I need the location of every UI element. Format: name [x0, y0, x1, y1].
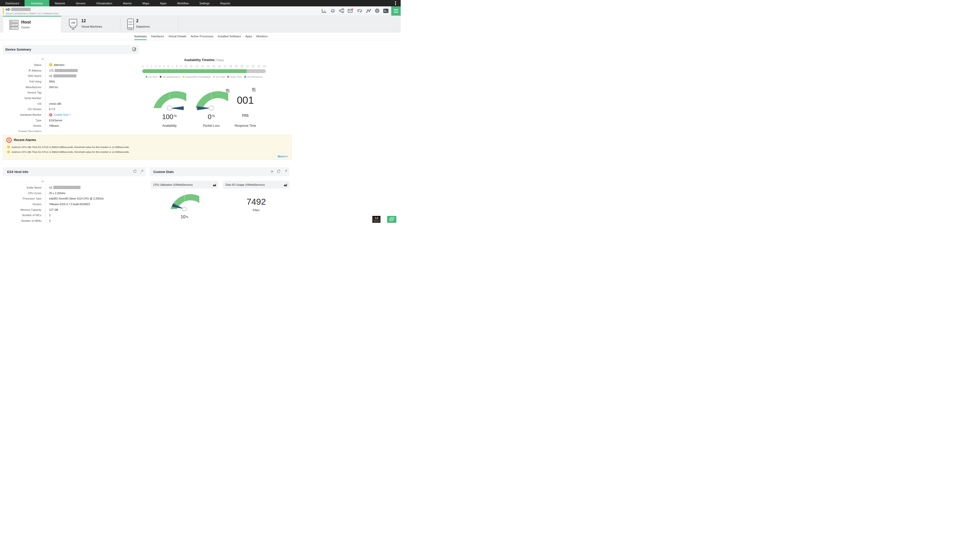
packet-loss-label: Packet Loss	[194, 124, 228, 127]
refresh-icon[interactable]	[277, 169, 281, 174]
workflow-icon[interactable]	[339, 8, 344, 14]
response-time-report-icon[interactable]	[252, 88, 256, 93]
subtab-virtual-details[interactable]: Virtual Details	[169, 32, 186, 40]
field-row-manufacturer: Manufacturer Dell Inc.	[3, 84, 139, 90]
nav-alarms[interactable]: Alarms	[118, 0, 137, 6]
subtab-apps[interactable]: Apps	[245, 32, 252, 40]
redacted-value	[55, 69, 78, 72]
kebab-menu-icon[interactable]	[393, 1, 398, 5]
availability-timeline-bar[interactable]	[142, 69, 266, 73]
disabled-icon	[49, 113, 52, 116]
device-name: n2-	[6, 7, 31, 11]
nav-reports[interactable]: Reports	[215, 0, 235, 6]
alarm-row[interactable]: testmon CPU Idle Time for CPU0 is 99819 …	[7, 146, 129, 148]
subtab-installed-software[interactable]: Installed Software	[218, 32, 241, 40]
status-accent-bar	[3, 8, 4, 14]
nav-network[interactable]: Network	[49, 0, 70, 6]
datastore-label: Datastores	[136, 25, 150, 28]
field-row-os-version: OS Version 6.7.0	[3, 106, 139, 112]
nav-apps[interactable]: Apps	[154, 0, 172, 6]
attention-icon	[7, 151, 10, 153]
field-row-system-description: System Description	[3, 129, 139, 132]
subtab-active-processes[interactable]: Active Processes	[191, 32, 213, 40]
packet-loss-report-icon[interactable]	[226, 89, 230, 94]
enable-now-link[interactable]: Enable Now ?	[54, 113, 70, 116]
legend-on-hold: On Hold	[213, 75, 225, 78]
nav-inventory[interactable]: Inventory	[24, 0, 49, 6]
device-toolbar	[322, 8, 388, 14]
refresh-icon[interactable]	[133, 169, 137, 174]
sync-loop-icon[interactable]	[357, 9, 362, 14]
line-graph-icon[interactable]	[366, 9, 371, 14]
expand-icon[interactable]	[140, 170, 143, 174]
alarm-count-label: Alarms	[372, 220, 380, 222]
more-alarms-link[interactable]: More>>	[278, 155, 288, 158]
mail-icon[interactable]	[348, 8, 353, 14]
alarm-bell-icon[interactable]	[331, 8, 335, 14]
cpu-dial-header: CPU Utilization (VIWebService)	[151, 181, 218, 189]
subtab-bar: Summary Interfaces Virtual Details Activ…	[0, 32, 401, 40]
alarm-count-badge[interactable]: 14 Alarms	[372, 216, 380, 223]
gauge-tick	[185, 189, 185, 201]
scroll-up-arrow[interactable]	[41, 58, 44, 60]
attention-icon	[49, 63, 52, 67]
redacted-device-name	[11, 8, 31, 11]
divider	[178, 18, 178, 30]
performance-chart-icon[interactable]	[322, 9, 326, 14]
subtab-summary[interactable]: Summary	[134, 32, 147, 40]
tab-datastores[interactable]: SSD HDD 2 Datastores	[120, 16, 178, 32]
chat-button[interactable]	[387, 216, 396, 223]
field-row-version: Version VMware ESXi 6.7.0 build-8169922	[3, 201, 146, 207]
nav-virtualization[interactable]: Virtualization	[91, 0, 118, 6]
field-row-memory-capacity: Memory Capacity 127 GB	[3, 207, 146, 213]
legend-down-time: Down Time	[227, 75, 242, 78]
gauge-tick	[169, 91, 170, 99]
field-row-ip: IP Address 172.	[3, 68, 139, 73]
host-tab-title: Host	[21, 20, 31, 25]
area-chart-icon[interactable]	[213, 183, 216, 187]
terminal-icon[interactable]	[383, 9, 388, 14]
custom-dials-title: Custom Dials	[150, 170, 174, 174]
legend-not-monitored: Not Monitored	[244, 75, 262, 78]
recent-alarms-panel: Recent Alarms testmon CPU Idle Time for …	[3, 135, 291, 160]
device-summary-fields: Status Attention IP Address 172. DNS Nam…	[3, 62, 139, 132]
subtab-interfaces[interactable]: Interfaces	[151, 32, 164, 40]
scroll-up-arrow[interactable]	[41, 180, 44, 182]
vm-icon: VM	[68, 19, 78, 30]
gauge-knob	[167, 105, 172, 111]
add-dial-icon[interactable]	[270, 170, 274, 174]
edit-icon[interactable]	[132, 47, 137, 52]
response-time-label: Response Time	[228, 124, 263, 127]
field-row-entity-name: Entity Name n2-	[3, 185, 146, 191]
subtab-monitors[interactable]: Monitors	[256, 32, 267, 40]
field-row-poll: Poll Using DNS	[3, 79, 139, 84]
nav-dashboard[interactable]: Dashboard	[0, 0, 24, 6]
area-chart-icon[interactable]	[284, 183, 287, 187]
nav-settings[interactable]: Settings	[194, 0, 215, 6]
expand-icon[interactable]	[284, 170, 287, 174]
hamburger-menu-button[interactable]	[391, 6, 401, 16]
disk-dial-title: Disk I/O Usage (VIWebService)	[223, 183, 265, 186]
field-row-vendor: Vendor VMware	[3, 123, 139, 129]
vm-label: Virtual Machines	[81, 25, 102, 28]
datastore-icon: SSD HDD	[126, 19, 135, 30]
alarm-row[interactable]: testmon CPU Idle Time for CPU1 is 99819 …	[7, 151, 129, 153]
field-row-num-hbas: Number of HBAs 3	[3, 218, 146, 223]
esx-host-info-header: ESX Host Info	[3, 167, 146, 176]
device-categories: Server | ESXServer | SNMP | CLI | VMware…	[6, 12, 58, 15]
uptime-segment	[142, 69, 247, 73]
globe-icon[interactable]	[375, 8, 379, 14]
field-row-processor-type: Processor Type Intel(R) Xeon(R) Silver 4…	[3, 196, 146, 201]
tab-virtual-machines[interactable]: VM 12 Virtual Machines	[62, 16, 120, 32]
nav-servers[interactable]: Servers	[70, 0, 91, 6]
nav-workflow[interactable]: Workflow	[172, 0, 194, 6]
response-time-unit: ms	[228, 113, 263, 118]
field-row-type: Type ESXServer	[3, 118, 139, 123]
field-row-serial: Serial Number	[3, 95, 139, 101]
legend-on-maintenance: On Maintenance	[160, 75, 180, 78]
cpu-utilization-value: 10%	[170, 215, 199, 219]
tab-host-details[interactable]: Host Details	[3, 16, 61, 32]
gauge-knob	[182, 207, 187, 211]
nav-maps[interactable]: Maps	[137, 0, 154, 6]
timeline-legend: Up Time On Maintenance Dependent Unavail…	[140, 75, 268, 78]
